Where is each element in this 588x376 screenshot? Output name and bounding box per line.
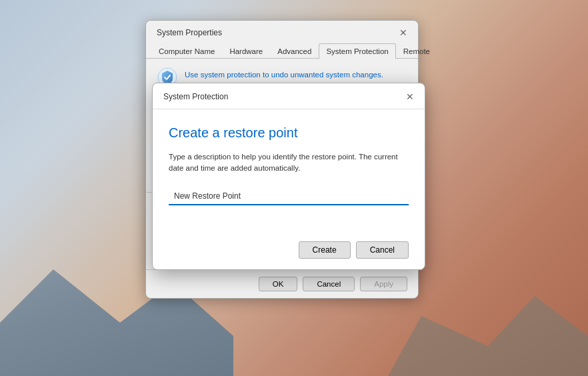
window-title: System Properties xyxy=(157,28,222,37)
tab-hardware[interactable]: Hardware xyxy=(222,43,270,59)
dialog-titlebar: System Protection ✕ xyxy=(153,83,425,109)
tab-advanced[interactable]: Advanced xyxy=(270,43,319,59)
cancel-restore-button[interactable]: Cancel xyxy=(356,241,409,259)
window-titlebar: System Properties ✕ xyxy=(146,21,418,43)
window-close-button[interactable]: ✕ xyxy=(397,26,410,39)
restore-point-name-input[interactable] xyxy=(169,188,409,205)
restore-point-dialog: System Protection ✕ Create a restore poi… xyxy=(152,83,425,270)
window-footer: OK Cancel Apply xyxy=(146,269,418,298)
protection-text: Use system protection to undo unwanted s… xyxy=(185,67,383,80)
dialog-footer: Create Cancel xyxy=(153,235,425,269)
tab-computer-name[interactable]: Computer Name xyxy=(151,43,222,59)
dialog-heading: Create a restore point xyxy=(169,125,409,141)
ok-button[interactable]: OK xyxy=(259,277,298,291)
cancel-button-sysprops[interactable]: Cancel xyxy=(303,277,355,291)
create-restore-button[interactable]: Create xyxy=(299,241,351,259)
tabs-row: Computer Name Hardware Advanced System P… xyxy=(146,43,418,59)
tab-system-protection[interactable]: System Protection xyxy=(319,43,395,59)
dialog-body: Create a restore point Type a descriptio… xyxy=(153,109,425,235)
dialog-close-button[interactable]: ✕ xyxy=(403,90,417,103)
dialog-title: System Protection xyxy=(163,92,228,101)
tab-remote[interactable]: Remote xyxy=(396,43,437,59)
dialog-description: Type a description to help you identify … xyxy=(169,151,409,175)
apply-button[interactable]: Apply xyxy=(360,277,407,291)
